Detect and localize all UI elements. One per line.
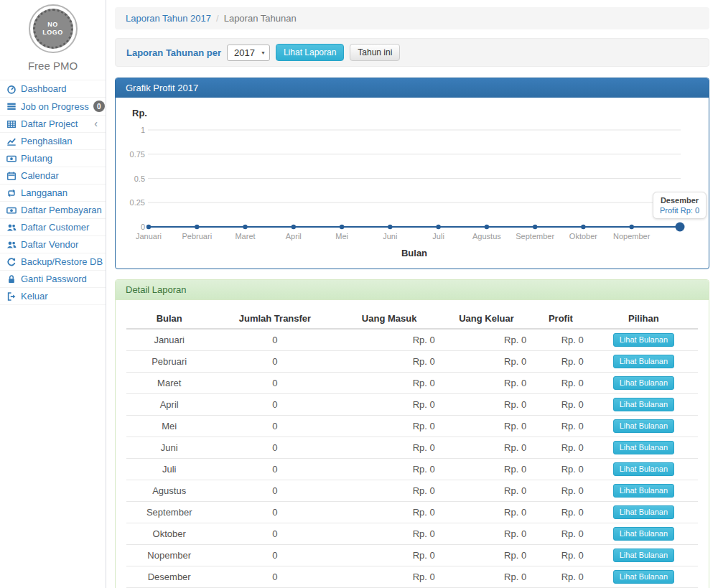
lihat-bulanan-button[interactable]: Lihat Bulanan	[613, 333, 674, 347]
lihat-bulanan-button[interactable]: Lihat Bulanan	[613, 376, 674, 390]
table-icon	[6, 118, 17, 129]
table-cell: Rp. 0	[338, 416, 441, 437]
year-select[interactable]: 2017	[227, 45, 270, 61]
table-cell: September	[126, 502, 212, 523]
sidebar-item-langganan[interactable]: Langganan	[0, 184, 106, 201]
svg-text:Bulan: Bulan	[401, 248, 427, 258]
lihat-bulanan-button[interactable]: Lihat Bulanan	[613, 505, 674, 519]
signout-icon	[6, 291, 17, 302]
breadcrumb-current: Laporan Tahunan	[224, 13, 297, 24]
detail-report-panel: Detail Laporan BulanJumlah TransferUang …	[115, 279, 709, 588]
table-cell: Nopember	[126, 545, 212, 566]
table-cell: 0	[212, 523, 337, 545]
table-cell: Rp. 0	[532, 459, 589, 480]
table-cell: Rp. 0	[532, 329, 589, 351]
breadcrumb-separator: /	[216, 13, 219, 24]
sidebar-item-calendar[interactable]: Calendar	[0, 167, 106, 184]
lihat-bulanan-button[interactable]: Lihat Bulanan	[613, 419, 674, 433]
lihat-bulanan-button[interactable]: Lihat Bulanan	[613, 398, 674, 411]
table-row: Januari0Rp. 0Rp. 0Rp. 0Lihat Bulanan	[126, 329, 698, 351]
sidebar-item-penghasilan[interactable]: Penghasilan	[0, 132, 106, 149]
table-cell: Rp. 0	[338, 566, 441, 588]
column-header: Uang Keluar	[441, 309, 532, 329]
table-cell: April	[126, 394, 212, 416]
sidebar-item-ganti-password[interactable]: Ganti Password	[0, 270, 106, 287]
table-cell: Rp. 0	[532, 566, 589, 588]
table-cell: Rp. 0	[532, 416, 589, 437]
sidebar-item-piutang[interactable]: Piutang	[0, 149, 106, 167]
svg-text:1: 1	[141, 126, 145, 134]
lihat-bulanan-button[interactable]: Lihat Bulanan	[613, 570, 674, 584]
lihat-bulanan-button[interactable]: Lihat Bulanan	[613, 355, 674, 368]
table-cell: Desember	[126, 566, 212, 588]
column-header: Pilihan	[589, 309, 698, 329]
table-cell: 0	[212, 502, 337, 523]
sidebar-item-keluar[interactable]: Keluar	[0, 287, 106, 305]
table-cell: 0	[212, 373, 337, 394]
sidebar-item-label: Calendar	[21, 170, 100, 181]
table-row: Pebruari0Rp. 0Rp. 0Rp. 0Lihat Bulanan	[126, 351, 698, 373]
calendar-icon	[6, 170, 17, 181]
table-cell: 0	[212, 437, 337, 459]
sidebar-item-dashboard[interactable]: Dashboard	[0, 80, 106, 97]
action-cell: Lihat Bulanan	[589, 437, 698, 459]
table-cell: Rp. 0	[338, 373, 441, 394]
users-icon	[6, 239, 17, 250]
table-cell: Rp. 0	[532, 502, 589, 523]
profit-chart[interactable]: Rp.10.750.50.250JanuariPebruariMaretApri…	[126, 105, 698, 266]
chart-panel-title: Grafik Profit 2017	[116, 78, 709, 98]
table-cell: Rp. 0	[338, 437, 441, 459]
table-cell: 0	[212, 394, 337, 416]
sidebar-item-daftar-vendor[interactable]: Daftar Vendor	[0, 235, 106, 253]
detail-panel-body: BulanJumlah TransferUang MasukUang Kelua…	[116, 300, 709, 588]
lihat-bulanan-button[interactable]: Lihat Bulanan	[613, 527, 674, 541]
table-cell: Rp. 0	[441, 416, 532, 437]
table-cell: Rp. 0	[338, 394, 441, 416]
action-cell: Lihat Bulanan	[589, 416, 698, 437]
sidebar-item-daftar-pembayaran[interactable]: Daftar Pembayaran	[0, 201, 106, 218]
sidebar-item-label: Daftar Vendor	[21, 239, 100, 250]
table-row: September0Rp. 0Rp. 0Rp. 0Lihat Bulanan	[126, 502, 698, 523]
logo-text-line1: NO	[47, 21, 58, 29]
logo: NO LOGO	[29, 4, 78, 53]
table-cell: Rp. 0	[532, 523, 589, 545]
table-header-row: BulanJumlah TransferUang MasukUang Kelua…	[126, 309, 698, 329]
action-cell: Lihat Bulanan	[589, 329, 698, 351]
report-table: BulanJumlah TransferUang MasukUang Kelua…	[126, 309, 698, 588]
table-cell: 0	[212, 566, 337, 588]
sidebar-item-label: Daftar Project	[21, 118, 90, 129]
svg-text:Agustus: Agustus	[472, 232, 501, 241]
table-cell: Rp. 0	[441, 566, 532, 588]
lihat-bulanan-button[interactable]: Lihat Bulanan	[613, 441, 674, 454]
retweet-icon	[6, 187, 17, 198]
sidebar-item-daftar-customer[interactable]: Daftar Customer	[0, 218, 106, 235]
table-cell: Rp. 0	[441, 545, 532, 566]
table-cell: Pebruari	[126, 351, 212, 373]
refresh-icon	[6, 256, 17, 267]
sidebar-item-daftar-project[interactable]: Daftar Project‹	[0, 115, 106, 132]
sidebar-item-label: Ganti Password	[21, 274, 100, 284]
sidebar-item-job-on-progress[interactable]: Job on Progress0	[0, 97, 106, 115]
year-select-wrap: 2017	[227, 45, 270, 61]
sidebar-item-backup-restore-db[interactable]: Backup/Restore DB	[0, 253, 106, 270]
action-cell: Lihat Bulanan	[589, 373, 698, 394]
svg-text:Pebruari: Pebruari	[182, 232, 213, 241]
app-layout: NO LOGO Free PMO DashboardJob on Progres…	[0, 0, 718, 588]
table-cell: Rp. 0	[532, 351, 589, 373]
table-cell: 0	[212, 545, 337, 566]
lihat-laporan-button[interactable]: Lihat Laporan	[276, 44, 344, 61]
table-cell: Rp. 0	[441, 523, 532, 545]
users-icon	[6, 222, 17, 233]
breadcrumb-link-laporan-tahun[interactable]: Laporan Tahun 2017	[126, 13, 211, 24]
no-logo-badge: NO LOGO	[33, 9, 73, 49]
chart-icon	[6, 136, 17, 146]
lihat-bulanan-button[interactable]: Lihat Bulanan	[613, 462, 674, 476]
lihat-bulanan-button[interactable]: Lihat Bulanan	[613, 549, 674, 562]
table-cell: Rp. 0	[441, 437, 532, 459]
chart-panel-body: Rp.10.750.50.250JanuariPebruariMaretApri…	[116, 98, 709, 269]
table-row: Juni0Rp. 0Rp. 0Rp. 0Lihat Bulanan	[126, 437, 698, 459]
tahun-ini-button[interactable]: Tahun ini	[350, 44, 400, 61]
brand-name: Free PMO	[0, 60, 106, 72]
table-cell: Agustus	[126, 480, 212, 502]
lihat-bulanan-button[interactable]: Lihat Bulanan	[613, 484, 674, 498]
